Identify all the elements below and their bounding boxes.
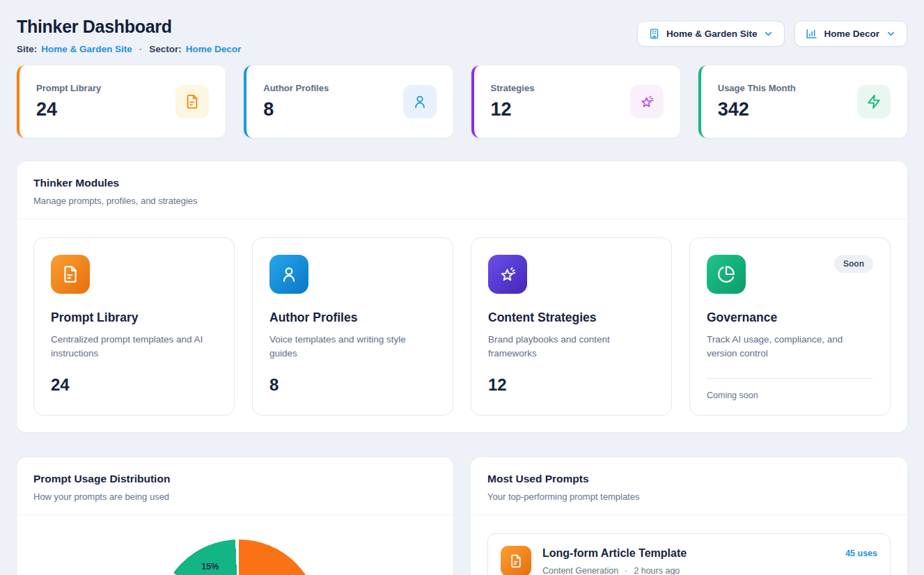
module-card-author-profiles[interactable]: Author Profiles Voice templates and writ… bbox=[252, 237, 453, 416]
prompt-category: Content Generation bbox=[542, 566, 618, 575]
file-icon bbox=[175, 85, 209, 118]
site-sector-breadcrumb: Site: Home & Garden Site · Sector: Home … bbox=[17, 44, 241, 54]
module-title: Author Profiles bbox=[269, 310, 436, 325]
stat-card-author-profiles: Author Profiles 8 bbox=[244, 65, 453, 138]
module-description: Track AI usage, compliance, and version … bbox=[707, 333, 873, 361]
divider bbox=[707, 378, 873, 379]
module-description: Voice templates and writing style guides bbox=[269, 333, 436, 361]
soon-badge: Soon bbox=[834, 255, 873, 273]
stat-value: 24 bbox=[36, 99, 101, 120]
bottom-row: Prompt Usage Distribution How your promp… bbox=[17, 457, 907, 575]
module-description: Brand playbooks and content frameworks bbox=[488, 333, 655, 361]
stat-text: Prompt Library 24 bbox=[36, 83, 101, 120]
section-title: Most Used Prompts bbox=[487, 473, 891, 485]
chevron-down-icon bbox=[886, 29, 896, 39]
prompt-list-item[interactable]: Long-form Article Template Content Gener… bbox=[487, 533, 891, 575]
prompt-uses-badge: 45 uses bbox=[845, 549, 877, 558]
prompt-title: Long-form Article Template bbox=[542, 547, 834, 560]
chevron-down-icon bbox=[763, 29, 774, 39]
sector-selector-dropdown[interactable]: Home Decor bbox=[794, 21, 907, 47]
file-icon bbox=[51, 255, 90, 294]
site-label: Site: bbox=[17, 44, 37, 54]
modules-grid: Prompt Library Centralized prompt templa… bbox=[17, 219, 907, 432]
usage-donut-chart: 15% bbox=[158, 539, 320, 575]
stat-value: 8 bbox=[263, 99, 329, 120]
stats-row: Prompt Library 24 Author Profiles 8 Stra… bbox=[17, 65, 907, 138]
usage-chart-area: 15% bbox=[17, 515, 453, 575]
stat-value: 12 bbox=[491, 99, 535, 120]
stat-label: Prompt Library bbox=[36, 83, 101, 93]
module-count: 8 bbox=[269, 375, 436, 395]
stat-card-strategies: Strategies 12 bbox=[471, 65, 680, 138]
section-title: Thinker Modules bbox=[33, 177, 891, 189]
sparkle-star-icon bbox=[488, 255, 527, 294]
module-title: Governance bbox=[707, 310, 873, 325]
sector-label: Sector: bbox=[149, 44, 182, 54]
section-subtitle: How your prompts are being used bbox=[33, 491, 437, 502]
thinker-modules-section: Thinker Modules Manage prompts, profiles… bbox=[17, 162, 907, 432]
site-selector-dropdown[interactable]: Home & Garden Site bbox=[637, 21, 785, 47]
section-title: Prompt Usage Distribution bbox=[33, 473, 437, 485]
stat-label: Strategies bbox=[491, 83, 535, 93]
sector-selector-label: Home Decor bbox=[824, 29, 879, 39]
prompt-list: Long-form Article Template Content Gener… bbox=[471, 515, 907, 575]
prompts-panel-header: Most Used Prompts Your top-performing pr… bbox=[471, 457, 907, 514]
pie-chart-icon bbox=[707, 255, 746, 294]
sector-link[interactable]: Home Decor bbox=[186, 44, 242, 54]
user-icon bbox=[403, 85, 437, 118]
module-count: 24 bbox=[51, 375, 217, 395]
stat-label: Usage This Month bbox=[718, 83, 796, 93]
user-icon bbox=[269, 255, 308, 294]
module-card-governance[interactable]: Soon Governance Track AI usage, complian… bbox=[689, 237, 891, 416]
module-description: Centralized prompt templates and AI inst… bbox=[51, 333, 217, 361]
header-left: Thinker Dashboard Site: Home & Garden Si… bbox=[17, 17, 241, 54]
most-used-prompts-panel: Most Used Prompts Your top-performing pr… bbox=[471, 457, 907, 575]
section-subtitle: Manage prompts, profiles, and strategies bbox=[33, 196, 891, 206]
prompt-time: 2 hours ago bbox=[634, 566, 680, 575]
page-title: Thinker Dashboard bbox=[17, 17, 241, 37]
module-title: Prompt Library bbox=[51, 310, 217, 325]
modules-header: Thinker Modules Manage prompts, profiles… bbox=[17, 162, 907, 219]
sparkle-star-icon bbox=[630, 85, 664, 118]
site-link[interactable]: Home & Garden Site bbox=[41, 44, 132, 54]
module-footer-note: Coming soon bbox=[707, 391, 873, 400]
donut-slice-label: 15% bbox=[201, 562, 219, 572]
stat-card-usage: Usage This Month 342 bbox=[698, 65, 907, 138]
prompt-item-body: Long-form Article Template Content Gener… bbox=[542, 546, 834, 575]
page-header: Thinker Dashboard Site: Home & Garden Si… bbox=[17, 17, 907, 54]
stat-label: Author Profiles bbox=[263, 83, 329, 93]
module-card-content-strategies[interactable]: Content Strategies Brand playbooks and c… bbox=[471, 237, 672, 416]
header-actions: Home & Garden Site Home Decor bbox=[637, 21, 907, 47]
module-card-prompt-library[interactable]: Prompt Library Centralized prompt templa… bbox=[33, 237, 235, 416]
stat-text: Usage This Month 342 bbox=[718, 83, 796, 120]
stat-text: Strategies 12 bbox=[491, 83, 535, 120]
dashboard-page: Thinker Dashboard Site: Home & Garden Si… bbox=[0, 0, 924, 575]
prompt-meta: Content Generation · 2 hours ago bbox=[542, 566, 834, 575]
module-count: 12 bbox=[488, 375, 655, 395]
building-icon bbox=[648, 28, 660, 40]
separator-dot: · bbox=[139, 44, 143, 54]
stat-text: Author Profiles 8 bbox=[263, 83, 329, 120]
file-icon bbox=[501, 546, 531, 575]
zap-icon bbox=[857, 85, 891, 118]
section-subtitle: Your top-performing prompt templates bbox=[487, 491, 891, 502]
separator-dot: · bbox=[625, 566, 627, 575]
stat-value: 342 bbox=[718, 99, 796, 120]
bar-chart-icon bbox=[806, 28, 817, 40]
stat-card-prompt-library: Prompt Library 24 bbox=[17, 65, 226, 138]
site-selector-label: Home & Garden Site bbox=[666, 29, 758, 39]
usage-distribution-panel: Prompt Usage Distribution How your promp… bbox=[17, 457, 453, 575]
usage-panel-header: Prompt Usage Distribution How your promp… bbox=[17, 457, 453, 514]
module-title: Content Strategies bbox=[488, 310, 655, 325]
